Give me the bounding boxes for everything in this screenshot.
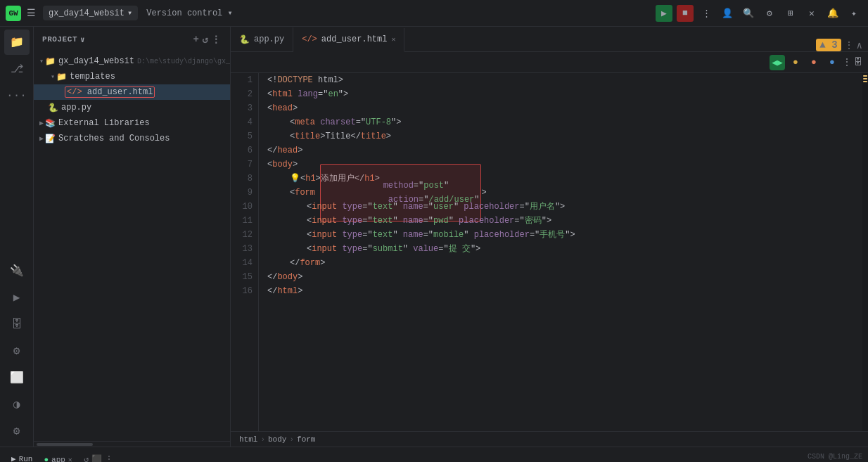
preview-icon-1[interactable]: ◀▶ bbox=[770, 55, 785, 70]
templates-folder-icon: 📁 bbox=[56, 72, 67, 82]
breadcrumb-sep-2: › bbox=[289, 435, 294, 444]
bottom-more-icon[interactable]: ⋮ bbox=[105, 454, 113, 462]
code-content[interactable]: <!DOCTYPE html> <html lang="en"> <head> … bbox=[259, 73, 862, 431]
preview-icon-4[interactable]: ● bbox=[824, 55, 840, 70]
sidebar-scrollbar-thumb bbox=[37, 443, 93, 446]
activity-database[interactable]: 🗄 bbox=[4, 312, 30, 337]
app-close-icon[interactable]: ✕ bbox=[68, 456, 72, 463]
file-tree: ▾ 📁 gx_day14_websit D:\me\study\django\g… bbox=[34, 52, 230, 441]
code-line-2: <html lang="en"> bbox=[267, 87, 862, 101]
root-name: gx_day14_websit bbox=[58, 56, 134, 66]
editor-minimap bbox=[862, 73, 868, 431]
run-icon: ▶ bbox=[11, 454, 16, 462]
bell-icon[interactable]: 🔔 bbox=[824, 5, 841, 22]
mini-mark-3 bbox=[863, 81, 867, 82]
scratches-icon: 📝 bbox=[45, 134, 56, 144]
tab-py-icon: 🐍 bbox=[239, 34, 250, 45]
code-line-4: <meta charset="UTF-8"> bbox=[267, 115, 862, 129]
activity-services[interactable]: ⚙ bbox=[4, 338, 30, 364]
app-logo: GW bbox=[6, 6, 21, 21]
browser-preview-icons: ◀▶ ● ● ● bbox=[770, 55, 840, 70]
activity-plugins[interactable]: 🔌 bbox=[4, 258, 30, 283]
code-line-6: </head> bbox=[267, 143, 862, 158]
code-editor: 12345 678910 1112131415 16 <!DOCTYPE htm… bbox=[231, 73, 868, 431]
sidebar-scrollbar[interactable] bbox=[34, 441, 230, 447]
activity-project[interactable]: 📁 bbox=[4, 30, 30, 55]
code-line-12: <input type="text" name="mobile" placeho… bbox=[267, 228, 862, 242]
tab-add-user-html[interactable]: </> add_user.html ✕ bbox=[293, 28, 404, 52]
tree-app-py[interactable]: 🐍 app.py bbox=[34, 100, 230, 115]
preview-icon-3[interactable]: ● bbox=[806, 55, 822, 70]
ext-lib-chevron-icon: ▶ bbox=[39, 119, 44, 127]
tree-templates-folder[interactable]: ▾ 📁 templates bbox=[34, 69, 230, 84]
code-line-15: </body> bbox=[267, 270, 862, 284]
bottom-panel: ▶ Run ● app ✕ ↺ ⬛ ⋮ bbox=[0, 447, 868, 462]
tab-more-icon[interactable]: ⋮ bbox=[844, 39, 854, 51]
py-file-icon: 🐍 bbox=[48, 103, 58, 113]
tree-external-libraries[interactable]: ▶ 📚 External Libraries bbox=[34, 115, 230, 131]
hamburger-icon[interactable]: ☰ bbox=[27, 7, 36, 19]
account-icon[interactable]: 👤 bbox=[719, 5, 736, 22]
code-line-14: </form> bbox=[267, 256, 862, 270]
stop-button-title[interactable]: ■ bbox=[677, 5, 694, 22]
breadcrumb-bar: html › body › form bbox=[231, 431, 868, 447]
code-line-9: <form method="post" action="/add/user" > bbox=[267, 186, 862, 200]
tree-scratches[interactable]: ▶ 📝 Scratches and Consoles bbox=[34, 131, 230, 146]
run-button-title[interactable]: ▶ bbox=[656, 5, 672, 22]
activity-settings-bottom[interactable]: ⚙ bbox=[4, 418, 30, 444]
root-path: D:\me\study\django\gx_day14... bbox=[137, 58, 230, 65]
code-line-5: <title>Title</title> bbox=[267, 129, 862, 143]
editor-db-icon[interactable]: 🗄 bbox=[854, 57, 862, 68]
root-folder-icon: 📁 bbox=[45, 56, 56, 67]
add-user-file-label: </> add_user.html bbox=[65, 86, 155, 98]
sidebar-refresh-icon[interactable]: ↺ bbox=[202, 34, 208, 46]
bottom-stop-icon[interactable]: ⬛ bbox=[91, 454, 102, 462]
bottom-tab-app[interactable]: ● app ✕ bbox=[38, 452, 77, 463]
code-line-16: </html> bbox=[267, 284, 862, 298]
app-run-icon: ● bbox=[44, 456, 49, 463]
close-icon[interactable]: ✕ bbox=[803, 5, 820, 22]
html-file-icon: </> bbox=[67, 87, 82, 97]
search-icon[interactable]: 🔍 bbox=[740, 5, 757, 22]
tree-add-user-html[interactable]: </> add_user.html bbox=[34, 84, 230, 100]
tab-chevron-down-icon[interactable]: ∧ bbox=[857, 39, 862, 51]
sidebar-more-icon[interactable]: ⋮ bbox=[211, 34, 222, 46]
run-label: Run bbox=[19, 455, 33, 463]
code-line-10: <input type="text" name="user" placehold… bbox=[267, 200, 862, 214]
activity-layers[interactable]: ◑ bbox=[4, 392, 30, 417]
project-chevron-icon: ▾ bbox=[127, 8, 132, 18]
tab-html-icon: </> bbox=[302, 34, 317, 44]
titlebar: GW ☰ gx_day14_websit ▾ Version control ▾… bbox=[0, 0, 868, 27]
code-line-11: <input type="text" name="pwd" placeholde… bbox=[267, 214, 862, 228]
tab-close-icon[interactable]: ✕ bbox=[391, 35, 395, 44]
editor-more-icon[interactable]: ⋮ bbox=[843, 57, 851, 68]
titlebar-actions: ▶ ■ ⋮ 👤 🔍 ⚙ ⊞ ✕ 🔔 ✦ bbox=[656, 5, 862, 22]
layout-icon[interactable]: ⊞ bbox=[782, 5, 799, 22]
activity-bar: 📁 ⎇ ··· 🔌 ▶ 🗄 ⚙ ⬜ ◑ ⚙ bbox=[0, 27, 34, 447]
vcs-selector[interactable]: Version control ▾ bbox=[146, 8, 232, 18]
settings-icon[interactable]: ⚙ bbox=[761, 5, 778, 22]
activity-terminal[interactable]: ⬜ bbox=[4, 365, 30, 390]
breadcrumb-html[interactable]: html bbox=[239, 435, 257, 444]
more-actions-title[interactable]: ⋮ bbox=[698, 5, 715, 22]
ai-icon[interactable]: ✦ bbox=[845, 5, 862, 22]
code-line-3: <head> bbox=[267, 101, 862, 115]
breadcrumb-form[interactable]: form bbox=[297, 435, 315, 444]
ext-lib-icon: 📚 bbox=[45, 118, 56, 129]
watermark: CSDN @Ling_ZE bbox=[808, 453, 862, 461]
tab-app-py[interactable]: 🐍 app.py bbox=[231, 27, 293, 51]
activity-more[interactable]: ··· bbox=[4, 83, 30, 108]
bottom-tab-run[interactable]: ▶ Run bbox=[6, 452, 38, 463]
tree-root[interactable]: ▾ 📁 gx_day14_websit D:\me\study\django\g… bbox=[34, 53, 230, 69]
tab-add-user-label: add_user.html bbox=[321, 34, 388, 44]
activity-run[interactable]: ▶ bbox=[4, 285, 30, 310]
breadcrumb-body[interactable]: body bbox=[268, 435, 286, 444]
warning-badge: ▲ 3 bbox=[816, 39, 841, 51]
activity-vcs[interactable]: ⎇ bbox=[4, 56, 30, 82]
project-selector[interactable]: gx_day14_websit ▾ bbox=[43, 6, 138, 20]
bulb-icon: 💡 bbox=[290, 172, 300, 186]
preview-icon-2[interactable]: ● bbox=[788, 55, 803, 70]
sidebar-add-icon[interactable]: + bbox=[193, 34, 200, 46]
code-line-13: <input type="submit" value="提 交"> bbox=[267, 242, 862, 256]
bottom-reload-icon[interactable]: ↺ bbox=[84, 454, 89, 462]
